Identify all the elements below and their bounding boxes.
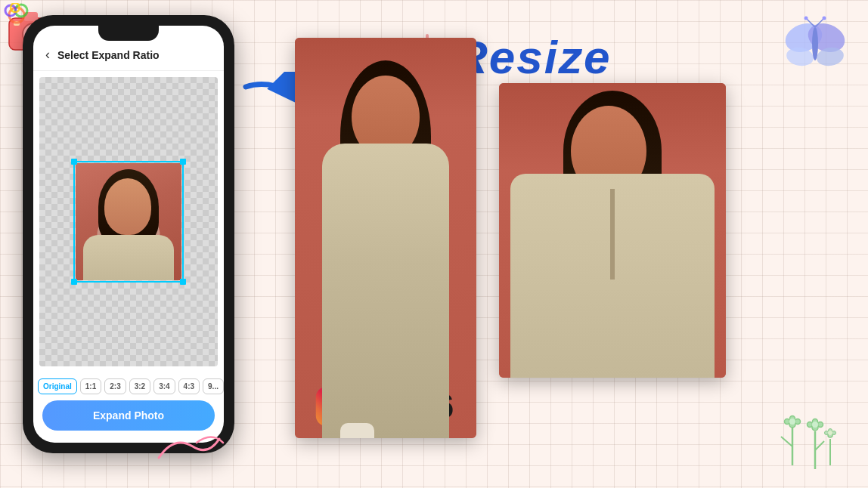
- ratio-3-2-btn[interactable]: 3:2: [129, 378, 150, 394]
- svg-point-7: [9, 8, 24, 23]
- svg-point-19: [823, 17, 826, 20]
- svg-point-45: [832, 431, 836, 435]
- svg-point-17: [804, 17, 808, 20]
- svg-point-38: [813, 419, 818, 425]
- flowers-decoration: [770, 397, 845, 473]
- svg-line-36: [815, 441, 824, 450]
- svg-rect-6: [14, 21, 20, 26]
- phone-notch: [98, 26, 159, 41]
- main-content: Resize ‹ Select Expand Ratio: [0, 0, 868, 488]
- svg-point-15: [812, 27, 818, 60]
- phone-screen: ‹ Select Expand Ratio: [33, 26, 224, 443]
- ratio-more-btn[interactable]: 9...: [203, 378, 224, 394]
- svg-point-13: [804, 19, 848, 57]
- svg-line-16: [806, 18, 815, 27]
- svg-point-14: [815, 45, 845, 68]
- facebook-photo: f 3 : 4: [499, 83, 726, 378]
- image-preview: [76, 163, 181, 280]
- ratio-1-1-btn[interactable]: 1:1: [80, 378, 101, 394]
- svg-point-47: [828, 431, 832, 435]
- svg-point-37: [812, 425, 818, 431]
- svg-point-40: [808, 422, 813, 428]
- svg-point-46: [825, 431, 829, 435]
- svg-point-10: [11, 3, 20, 12]
- ratio-original-btn[interactable]: Original: [38, 378, 77, 394]
- svg-point-41: [812, 422, 818, 428]
- ratio-3-4-btn[interactable]: 3:4: [153, 378, 175, 394]
- svg-point-12: [785, 45, 815, 68]
- phone-mockup: ‹ Select Expand Ratio: [23, 15, 234, 453]
- svg-point-33: [785, 419, 790, 425]
- expand-photo-button[interactable]: Expand Photo: [42, 400, 215, 431]
- ratio-bar: Original 1:1 2:3 3:2 3:4 4:3 9...: [33, 372, 224, 400]
- svg-line-18: [815, 18, 824, 27]
- svg-point-31: [790, 416, 795, 422]
- ratio-4-3-btn[interactable]: 4:3: [178, 378, 200, 394]
- facebook-photo-bg: [499, 83, 726, 378]
- svg-point-32: [795, 419, 801, 425]
- svg-point-39: [818, 422, 823, 428]
- svg-point-11: [781, 19, 826, 57]
- svg-point-44: [829, 429, 832, 433]
- phone-screen-title: Select Expand Ratio: [57, 49, 160, 61]
- instagram-photo-bg: [295, 38, 476, 438]
- preview-photo: [76, 163, 181, 280]
- svg-line-29: [781, 437, 792, 446]
- svg-point-9: [5, 5, 16, 16]
- back-button[interactable]: ‹: [45, 47, 50, 63]
- phone-canvas: [39, 77, 218, 366]
- ratio-2-3-btn[interactable]: 2:3: [104, 378, 126, 394]
- svg-point-34: [789, 419, 795, 425]
- svg-point-30: [789, 422, 795, 428]
- instagram-photo: 9 : 16: [295, 38, 476, 438]
- butterfly-icon: [777, 15, 853, 76]
- resize-title: Resize: [454, 30, 611, 84]
- svg-point-43: [828, 433, 832, 437]
